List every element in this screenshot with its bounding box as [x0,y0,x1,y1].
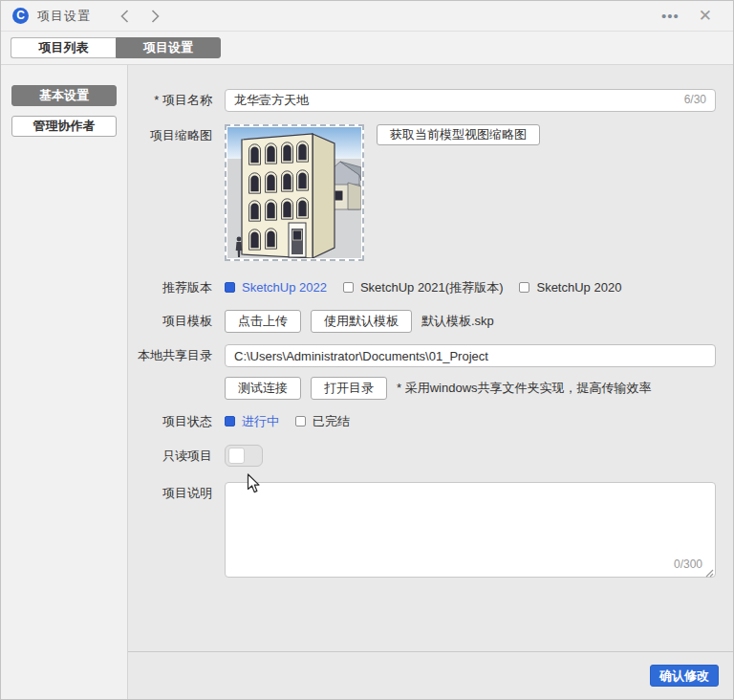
model-thumbnail-image [225,124,364,261]
version-option-2020[interactable]: SketchUp 2020 [519,279,621,295]
project-name-label: * 项目名称 [128,89,225,112]
shared-dir-actions-row: 测试连接 打开目录 * 采用windows共享文件夹实现，提高传输效率 [128,377,733,400]
version-row: 推荐版本 SketchUp 2022 SketchUp 2021(推荐版本) [128,279,733,295]
status-row: 项目状态 进行中 已完结 [128,413,733,429]
status-option-completed[interactable]: 已完结 [295,413,350,429]
shared-dir-row: 本地共享目录 [128,344,733,367]
test-connection-button[interactable]: 测试连接 [225,377,301,400]
checkbox-checked-icon [225,416,235,427]
readonly-label: 只读项目 [128,445,225,467]
tab-project-list[interactable]: 项目列表 [11,37,116,58]
more-menu-button[interactable]: ••• [652,9,689,23]
app-logo-icon: C [12,8,29,24]
back-button[interactable] [116,8,133,25]
tab-project-settings[interactable]: 项目设置 [116,37,221,58]
version-label: 推荐版本 [128,279,225,295]
checkbox-checked-icon [225,282,235,293]
title-bar: C 项目设置 ••• ✕ [1,1,733,32]
toggle-knob [228,448,245,464]
use-default-template-button[interactable]: 使用默认模板 [311,310,412,333]
forward-button[interactable] [146,8,163,25]
shared-dir-note: * 采用windows共享文件夹实现，提高传输效率 [397,377,652,400]
sidebar-item-basic-settings[interactable]: 基本设置 [11,85,117,106]
checkbox-unchecked-icon [343,282,354,293]
checkbox-unchecked-icon [295,416,306,427]
confirm-changes-button[interactable]: 确认修改 [650,665,719,687]
description-row: 项目说明 0/300 [128,482,733,580]
shared-dir-input[interactable] [225,344,716,367]
project-settings-window: C 项目设置 ••• ✕ 项目列表 项目设置 基本设置 管理协作者 * 项目名称 [0,0,734,700]
chevron-left-icon [120,10,129,23]
template-row: 项目模板 点击上传 使用默认模板 默认模板.skp [128,310,733,333]
status-label: 项目状态 [128,413,225,429]
project-name-row: * 项目名称 6/30 [128,89,733,112]
upload-template-button[interactable]: 点击上传 [225,310,301,333]
building-model-graphic [227,127,361,258]
open-directory-button[interactable]: 打开目录 [311,377,387,400]
tab-bar: 项目列表 项目设置 [1,32,733,65]
thumbnail-row: 项目缩略图 [128,124,733,261]
shared-dir-label: 本地共享目录 [128,344,225,367]
close-button[interactable]: ✕ [689,8,722,24]
checkbox-unchecked-icon [519,282,529,293]
settings-sidebar: 基本设置 管理协作者 [1,65,128,699]
settings-form: * 项目名称 6/30 项目缩略图 [128,65,733,651]
form-footer: 确认修改 [128,651,733,699]
chevron-right-icon [151,10,160,23]
sidebar-item-manage-collaborators[interactable]: 管理协作者 [11,116,117,137]
template-label: 项目模板 [128,310,225,333]
thumbnail-label: 项目缩略图 [128,124,225,147]
description-textarea[interactable] [225,482,716,578]
resize-grip-icon[interactable] [704,568,714,578]
project-name-input[interactable] [225,89,716,112]
version-option-2022[interactable]: SketchUp 2022 [225,279,327,295]
template-filename: 默认模板.skp [421,310,494,333]
version-option-2021[interactable]: SketchUp 2021(推荐版本) [343,279,504,295]
main-panel: * 项目名称 6/30 项目缩略图 [128,65,733,699]
capture-thumbnail-button[interactable]: 获取当前模型视图缩略图 [377,124,540,145]
readonly-row: 只读项目 [128,445,733,467]
readonly-toggle[interactable] [225,445,263,467]
window-title: 项目设置 [37,8,91,25]
description-label: 项目说明 [128,482,225,501]
status-option-in-progress[interactable]: 进行中 [225,413,279,429]
